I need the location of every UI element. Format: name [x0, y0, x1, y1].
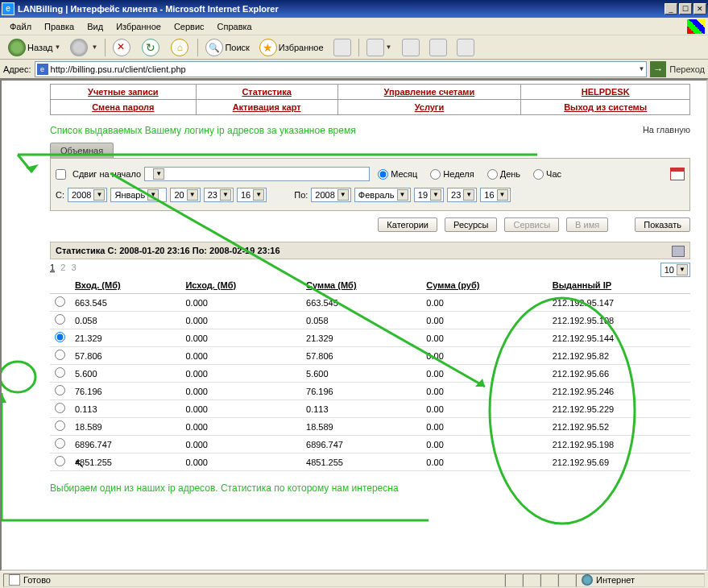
period-day-radio[interactable] — [487, 169, 498, 180]
col-in[interactable]: Вход. (Мб) — [70, 277, 180, 294]
cell-in: 4851.255 — [70, 453, 180, 471]
page-2[interactable]: 2 — [60, 263, 65, 272]
go-label[interactable]: Переход — [669, 64, 705, 74]
menu-view[interactable]: Вид — [81, 20, 110, 33]
show-button[interactable]: Показать — [635, 217, 690, 232]
to-year[interactable]: 2008▼ — [311, 188, 350, 202]
to-month[interactable]: Февраль▼ — [354, 188, 411, 202]
to-min[interactable]: 16▼ — [480, 188, 510, 202]
categories-button[interactable]: Категории — [378, 217, 437, 232]
calendar-icon[interactable] — [670, 168, 685, 180]
go-button[interactable]: → — [650, 61, 666, 77]
to-hour[interactable]: 23▼ — [447, 188, 477, 202]
to-day[interactable]: 19▼ — [414, 188, 444, 202]
from-min[interactable]: 16▼ — [237, 188, 267, 202]
cell-sum-mb: 57.806 — [301, 347, 421, 365]
row-radio[interactable] — [55, 456, 65, 466]
menu-favorites[interactable]: Избранное — [110, 20, 168, 33]
tab-volume[interactable]: Объемная — [50, 143, 114, 158]
row-radio[interactable] — [55, 385, 65, 395]
from-hour[interactable]: 23▼ — [204, 188, 234, 202]
pagesize-combo[interactable]: 10▼ — [660, 263, 690, 277]
cell-ip: 212.192.95.82 — [548, 347, 690, 365]
menu-help[interactable]: Справка — [211, 20, 259, 33]
col-sum-rub[interactable]: Сумма (руб) — [421, 277, 547, 294]
cell-sum-mb: 663.545 — [301, 294, 421, 312]
nav-logout[interactable]: Выход из системы — [564, 102, 647, 112]
col-ip[interactable]: Выданный IP — [548, 277, 690, 294]
row-radio[interactable] — [55, 296, 65, 307]
table-row: 21.3290.00021.3290.00212.192.95.144 — [50, 329, 690, 347]
to-main-link[interactable]: На главную — [643, 125, 690, 135]
services-button[interactable]: Сервисы — [504, 217, 559, 232]
from-day[interactable]: 20▼ — [170, 188, 200, 202]
row-radio[interactable] — [55, 350, 65, 360]
toname-button[interactable]: В имя — [566, 217, 608, 232]
shift-checkbox[interactable] — [56, 169, 66, 180]
nav-accounts-mgmt[interactable]: Управление счетами — [384, 87, 475, 97]
shift-combo[interactable]: ▼ — [144, 167, 370, 181]
page-1[interactable]: 1 — [50, 263, 55, 272]
pager: 1 2 3 10▼ — [50, 259, 690, 275]
forward-button[interactable]: ▼ — [66, 36, 101, 59]
chevron-down-icon[interactable]: ▼ — [638, 65, 644, 72]
url-field-wrap[interactable]: e ▼ — [35, 61, 648, 77]
stop-button[interactable] — [109, 36, 136, 59]
date-from-to-row: С: 2008▼ Январь▼ 20▼ 23▼ 16▼ По: 2008▼ Ф… — [56, 184, 685, 205]
nav-services[interactable]: Услуги — [415, 102, 445, 112]
cell-sum-mb: 18.589 — [301, 418, 421, 436]
nav-helpdesk[interactable]: HELPDESK — [582, 87, 630, 97]
period-week-radio[interactable] — [430, 169, 441, 180]
favorites-button[interactable]: ★ Избранное — [255, 36, 328, 59]
page-3[interactable]: 3 — [71, 263, 76, 272]
nav-statistics[interactable]: Статистика — [242, 87, 292, 97]
from-year[interactable]: 2008▼ — [68, 188, 107, 202]
status-zone-text: Интернет — [596, 575, 635, 585]
close-button[interactable]: ✕ — [694, 3, 706, 14]
nav-change-pass[interactable]: Смена пароля — [92, 102, 154, 112]
period-hour-radio[interactable] — [533, 169, 544, 180]
nav-links: Учетные записи Статистика Управление сче… — [50, 84, 690, 115]
svg-point-5 — [2, 362, 35, 392]
mail-button[interactable]: ▼ — [362, 36, 396, 59]
print-button[interactable] — [398, 36, 424, 59]
status-empty-1 — [505, 574, 523, 587]
cell-sum-mb: 5.600 — [301, 365, 421, 383]
chevron-down-icon: ▼ — [55, 43, 61, 51]
row-radio[interactable] — [55, 403, 65, 413]
row-radio[interactable] — [55, 332, 65, 342]
mail-icon — [366, 39, 384, 56]
back-button[interactable]: Назад ▼ — [4, 36, 64, 59]
from-month[interactable]: Январь▼ — [110, 188, 167, 202]
row-radio[interactable] — [55, 420, 65, 431]
period-month-radio[interactable] — [378, 169, 388, 180]
minimize-button[interactable]: _ — [665, 3, 677, 14]
home-button[interactable]: ⌂ — [167, 36, 194, 59]
print-icon[interactable] — [672, 246, 685, 257]
resources-button[interactable]: Ресурсы — [445, 217, 497, 232]
url-input[interactable] — [51, 64, 637, 74]
nav-accounts[interactable]: Учетные записи — [88, 87, 159, 97]
menu-service[interactable]: Сервис — [168, 20, 211, 33]
history-button[interactable] — [329, 36, 355, 59]
table-row: 76.1960.00076.1960.00212.192.95.246 — [50, 383, 690, 400]
edit-button[interactable] — [425, 36, 451, 59]
row-radio[interactable] — [55, 367, 65, 378]
row-radio[interactable] — [55, 314, 65, 325]
refresh-button[interactable]: ↻ — [138, 36, 165, 59]
cell-in: 6896.747 — [70, 436, 180, 453]
separator — [197, 39, 198, 56]
refresh-icon: ↻ — [142, 39, 159, 56]
menu-file[interactable]: Файл — [3, 20, 38, 33]
row-radio[interactable] — [55, 438, 65, 449]
messenger-button[interactable] — [453, 36, 478, 59]
col-sum-mb[interactable]: Сумма (Мб) — [301, 277, 421, 294]
col-out[interactable]: Исход. (Мб) — [180, 277, 301, 294]
menu-edit[interactable]: Правка — [38, 20, 81, 33]
table-row: 4851.2550.0004851.2550.00212.192.95.69 — [50, 453, 690, 471]
cell-sum-rub: 0.00 — [421, 312, 547, 329]
maximize-button[interactable]: ☐ — [679, 3, 692, 14]
search-button[interactable]: 🔍 Поиск — [201, 36, 253, 59]
from-label: С: — [56, 190, 64, 200]
nav-activate-cards[interactable]: Активация карт — [233, 102, 301, 112]
